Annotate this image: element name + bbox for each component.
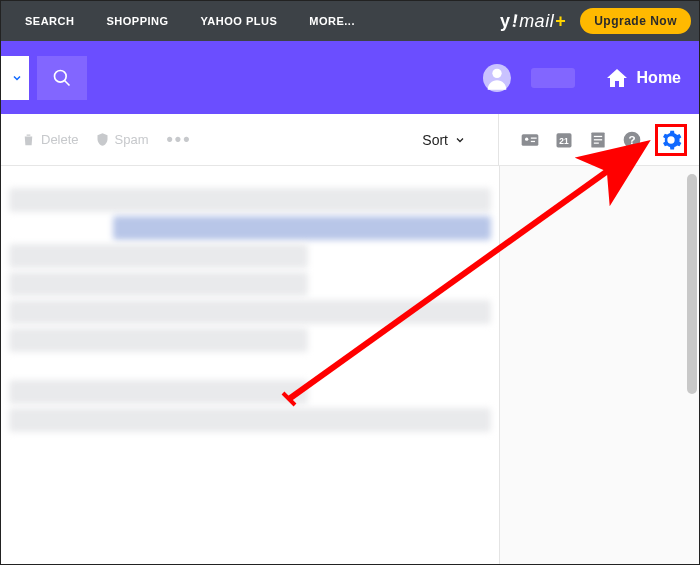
- home-label: Home: [637, 69, 681, 87]
- brand-y: y: [500, 11, 511, 32]
- list-item: [113, 216, 491, 240]
- brand-text: mail: [519, 11, 554, 32]
- search-icon: [52, 68, 72, 88]
- chevron-down-icon: [11, 72, 23, 84]
- toolbar-divider: [498, 114, 499, 166]
- help-icon: ?: [622, 130, 642, 150]
- avatar[interactable]: [483, 64, 511, 92]
- svg-point-2: [492, 68, 501, 77]
- list-item: [9, 188, 491, 212]
- settings-highlight-box: [655, 124, 687, 156]
- nav-more[interactable]: MORE...: [293, 15, 371, 27]
- svg-rect-3: [522, 134, 539, 146]
- list-item: [9, 300, 491, 324]
- hero-bar: Home: [1, 41, 699, 114]
- overflow-menu[interactable]: •••: [157, 129, 202, 150]
- spam-label: Spam: [115, 132, 149, 147]
- shield-icon: [95, 132, 110, 147]
- avatar-name-redacted: [531, 68, 575, 88]
- gear-icon: [660, 129, 682, 151]
- svg-rect-6: [531, 140, 535, 141]
- spam-button[interactable]: Spam: [87, 132, 157, 147]
- notepad-icon: [588, 130, 608, 150]
- list-item: [9, 272, 308, 296]
- notepad-button[interactable]: [587, 129, 609, 151]
- home-button[interactable]: Home: [605, 66, 681, 90]
- svg-point-4: [525, 137, 528, 140]
- delete-label: Delete: [41, 132, 79, 147]
- brand-logo[interactable]: y!mail+: [486, 11, 580, 32]
- brand-plus: +: [555, 11, 566, 32]
- nav-search[interactable]: SEARCH: [9, 15, 90, 27]
- svg-text:21: 21: [559, 136, 569, 146]
- list-item: [9, 380, 308, 404]
- top-nav: SEARCH SHOPPING YAHOO PLUS MORE... y!mai…: [1, 1, 699, 41]
- scrollbar[interactable]: [687, 174, 697, 394]
- contacts-button[interactable]: [519, 129, 541, 151]
- trash-icon: [21, 132, 36, 147]
- settings-button[interactable]: [660, 129, 682, 151]
- nav-shopping[interactable]: SHOPPING: [90, 15, 184, 27]
- contact-card-icon: [520, 130, 540, 150]
- svg-rect-11: [594, 139, 602, 140]
- svg-point-0: [55, 70, 67, 82]
- list-item: [9, 244, 308, 268]
- list-item: [9, 328, 308, 352]
- home-icon: [605, 66, 629, 90]
- avatar-icon: [483, 64, 511, 92]
- sort-label: Sort: [422, 132, 448, 148]
- upgrade-button[interactable]: Upgrade Now: [580, 8, 691, 34]
- sort-button[interactable]: Sort: [412, 132, 476, 148]
- mail-toolbar: Delete Spam ••• Sort 21 ?: [1, 114, 699, 166]
- svg-rect-12: [594, 142, 599, 143]
- side-panel: [499, 166, 699, 565]
- svg-rect-10: [594, 135, 602, 136]
- search-button[interactable]: [37, 56, 87, 100]
- svg-text:?: ?: [628, 133, 635, 146]
- help-button[interactable]: ?: [621, 129, 643, 151]
- list-item: [9, 408, 491, 432]
- content-area: [1, 166, 699, 565]
- calendar-button[interactable]: 21: [553, 129, 575, 151]
- search-dropdown[interactable]: [1, 56, 29, 100]
- message-list[interactable]: [1, 166, 499, 565]
- svg-line-1: [65, 80, 70, 85]
- delete-button[interactable]: Delete: [13, 132, 87, 147]
- nav-yahoo-plus[interactable]: YAHOO PLUS: [185, 15, 294, 27]
- chevron-down-icon: [454, 134, 466, 146]
- calendar-icon: 21: [554, 130, 574, 150]
- svg-rect-5: [531, 137, 537, 138]
